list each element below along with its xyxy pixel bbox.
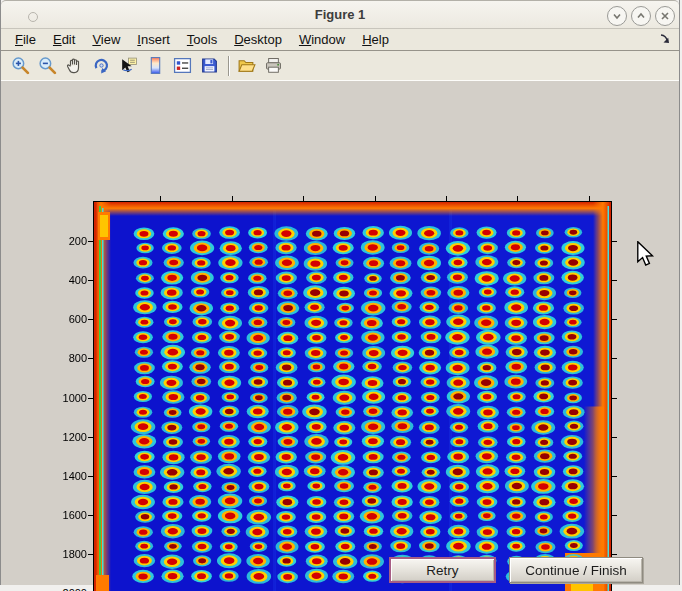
figure-window: Figure 1 FileEditViewInsertToolsDesktopW…	[0, 0, 680, 585]
tick-mark	[88, 319, 94, 320]
tick-mark	[611, 280, 617, 281]
continue-finish-button[interactable]: Continue / Finish	[509, 557, 643, 583]
y-tick-label: 600	[41, 313, 87, 325]
close-button[interactable]	[655, 6, 675, 26]
tick-mark	[611, 241, 617, 242]
figure-canvas-area: 2004006008001000120014002004006008001000…	[1, 81, 679, 585]
rotate-3d-button[interactable]	[91, 56, 111, 76]
tick-mark	[611, 515, 617, 516]
colorbar-button[interactable]	[145, 56, 165, 76]
tick-mark	[160, 196, 161, 202]
open-button[interactable]	[236, 56, 256, 76]
y-tick-label: 2000	[41, 587, 87, 591]
data-cursor-button[interactable]	[118, 56, 138, 76]
pan-button[interactable]	[64, 56, 84, 76]
save-button[interactable]	[199, 56, 219, 76]
tick-mark	[88, 515, 94, 516]
tick-mark	[232, 196, 233, 202]
tick-mark	[611, 554, 617, 555]
print-button[interactable]	[263, 56, 283, 76]
y-tick-label: 1000	[41, 392, 87, 404]
tick-mark	[88, 476, 94, 477]
y-tick-label: 400	[41, 274, 87, 286]
tick-mark	[589, 196, 590, 202]
menu-item-tools[interactable]: Tools	[187, 32, 217, 47]
legend-button[interactable]	[172, 56, 192, 76]
tick-mark	[88, 241, 94, 242]
retry-button[interactable]: Retry	[389, 557, 496, 583]
tick-mark	[375, 196, 376, 202]
tick-mark	[88, 398, 94, 399]
y-tick-label: 1600	[41, 509, 87, 521]
y-tick-label: 800	[41, 352, 87, 364]
y-tick-label: 1200	[41, 431, 87, 443]
menu-item-desktop[interactable]: Desktop	[234, 32, 282, 47]
menu-item-edit[interactable]: Edit	[53, 32, 75, 47]
y-tick-label: 1400	[41, 470, 87, 482]
plate-heatmap-image	[94, 202, 611, 591]
tick-mark	[446, 196, 447, 202]
tick-mark	[611, 358, 617, 359]
toolbar-separator	[228, 56, 230, 76]
tick-mark	[611, 437, 617, 438]
y-tick-label: 200	[41, 235, 87, 247]
tick-mark	[611, 319, 617, 320]
menubar: FileEditViewInsertToolsDesktopWindowHelp	[1, 29, 679, 51]
menu-item-view[interactable]: View	[92, 32, 120, 47]
mouse-cursor-icon	[637, 241, 655, 267]
toolbar	[1, 51, 679, 81]
tick-mark	[611, 476, 617, 477]
y-tick-label: 1800	[41, 548, 87, 560]
tick-mark	[517, 196, 518, 202]
titlebar[interactable]: Figure 1	[1, 0, 679, 29]
window-controls	[607, 6, 675, 26]
window-title: Figure 1	[1, 7, 679, 22]
tick-mark	[88, 437, 94, 438]
tick-mark	[88, 358, 94, 359]
menu-item-window[interactable]: Window	[299, 32, 345, 47]
menu-item-help[interactable]: Help	[362, 32, 389, 47]
screen: Figure 1 FileEditViewInsertToolsDesktopW…	[0, 0, 682, 591]
tick-mark	[88, 554, 94, 555]
dock-figure-icon[interactable]	[658, 32, 671, 48]
maximize-button[interactable]	[631, 6, 651, 26]
menu-item-file[interactable]: File	[15, 32, 36, 47]
tick-mark	[88, 280, 94, 281]
tick-mark	[611, 398, 617, 399]
menu-item-insert[interactable]: Insert	[137, 32, 170, 47]
minimize-button[interactable]	[607, 6, 627, 26]
tick-mark	[303, 196, 304, 202]
zoom-in-button[interactable]	[10, 56, 30, 76]
zoom-out-button[interactable]	[37, 56, 57, 76]
